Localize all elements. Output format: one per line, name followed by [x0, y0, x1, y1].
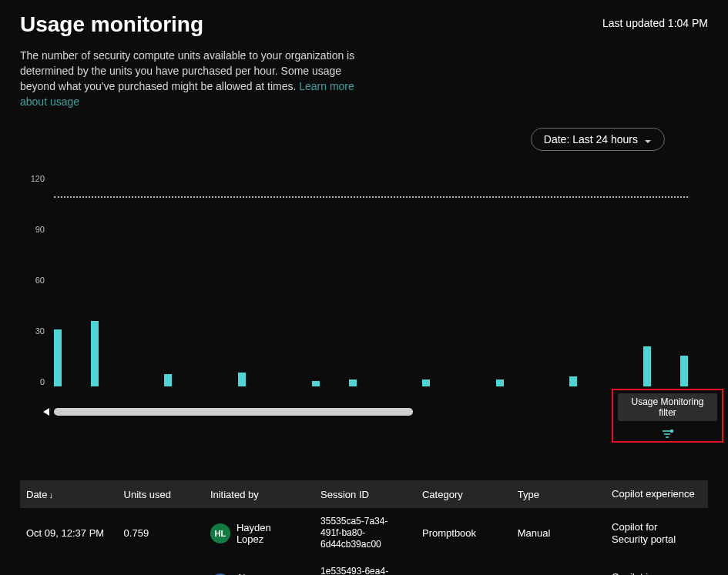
- cell-experience: Copilot inMicrosoft Entra: [606, 558, 708, 575]
- filter-tooltip: Usage Monitoring filter: [618, 393, 717, 421]
- chart-bar: [91, 321, 99, 387]
- chart-bar: [349, 379, 357, 386]
- ytick: 120: [31, 174, 45, 183]
- col-copilot-experience[interactable]: Copilot experience: [606, 480, 708, 508]
- scroll-thumb[interactable]: [54, 408, 413, 416]
- ytick: 30: [35, 326, 45, 336]
- col-session-id[interactable]: Session ID: [314, 480, 416, 508]
- cell-date: Oct 09, 12:36 PM: [20, 558, 118, 575]
- cell-session-id: 35535ca5-7a34-491f-ba80-6d44cb39ac00: [314, 508, 416, 558]
- date-range-dropdown[interactable]: Date: Last 24 hours: [531, 128, 665, 151]
- cell-type: Manual: [512, 558, 606, 575]
- table-row[interactable]: Oct 09, 12:36 PM1.001AZAiraZeltina1e5354…: [20, 558, 708, 575]
- chart-bar: [238, 373, 246, 386]
- cell-initiated-by: HLHaydenLopez: [204, 508, 314, 558]
- chart-plot-area: [54, 179, 688, 386]
- cell-date: Oct 09, 12:37 PM: [20, 508, 118, 558]
- table-row[interactable]: Oct 09, 12:37 PM0.759HLHaydenLopez35535c…: [20, 508, 708, 558]
- cell-initiated-by: AZAiraZeltina: [204, 558, 314, 575]
- cell-session-id: 1e535493-6ea4-4a5b-b7f0-3edb308bfe45: [314, 558, 416, 575]
- cell-category: Promptbook: [416, 508, 512, 558]
- usage-table: Date↓ Units used Initiated by Session ID…: [20, 480, 708, 575]
- col-category[interactable]: Category: [416, 480, 512, 508]
- cell-category: User prompt: [416, 558, 512, 575]
- sort-desc-icon: ↓: [49, 490, 53, 500]
- col-initiated-by[interactable]: Initiated by: [204, 480, 314, 508]
- col-type[interactable]: Type: [512, 480, 606, 508]
- usage-bar-chart: 120 90 60 30 0 Wed: [20, 174, 708, 405]
- scroll-track[interactable]: [54, 410, 413, 414]
- chart-bar: [422, 379, 430, 386]
- y-axis: 120 90 60 30 0: [25, 174, 45, 386]
- svg-point-3: [669, 430, 673, 433]
- chevron-down-icon: [644, 135, 652, 143]
- chart-bar: [164, 374, 172, 386]
- avatar: HL: [210, 523, 230, 543]
- chart-bar: [643, 346, 651, 386]
- filter-highlight-box: Usage Monitoring filter: [612, 389, 723, 443]
- cell-experience: Copilot forSecurity portal: [606, 508, 708, 558]
- filter-icon[interactable]: [662, 429, 674, 443]
- page-description: The number of security compute units ava…: [20, 48, 374, 109]
- chart-horizontal-scrollbar[interactable]: [20, 408, 413, 416]
- col-date[interactable]: Date↓: [20, 480, 118, 508]
- chart-bar: [569, 376, 577, 387]
- chart-bar: [496, 379, 504, 386]
- scroll-left-icon[interactable]: [43, 408, 49, 416]
- table-header-row: Date↓ Units used Initiated by Session ID…: [20, 480, 708, 508]
- ytick: 60: [35, 276, 45, 285]
- ytick: 0: [40, 377, 45, 386]
- cell-units: 1.001: [118, 558, 204, 575]
- chart-bar: [680, 356, 688, 387]
- chart-bars: [54, 179, 688, 386]
- chart-bar: [54, 329, 62, 386]
- last-updated-label: Last updated 1:04 PM: [602, 17, 708, 29]
- cell-units: 0.759: [118, 508, 204, 558]
- col-units[interactable]: Units used: [118, 480, 204, 508]
- date-range-label: Date: Last 24 hours: [544, 133, 638, 145]
- cell-type: Manual: [512, 508, 606, 558]
- page-title: Usage monitoring: [20, 12, 203, 37]
- ytick: 90: [35, 225, 45, 234]
- chart-bar: [312, 381, 320, 386]
